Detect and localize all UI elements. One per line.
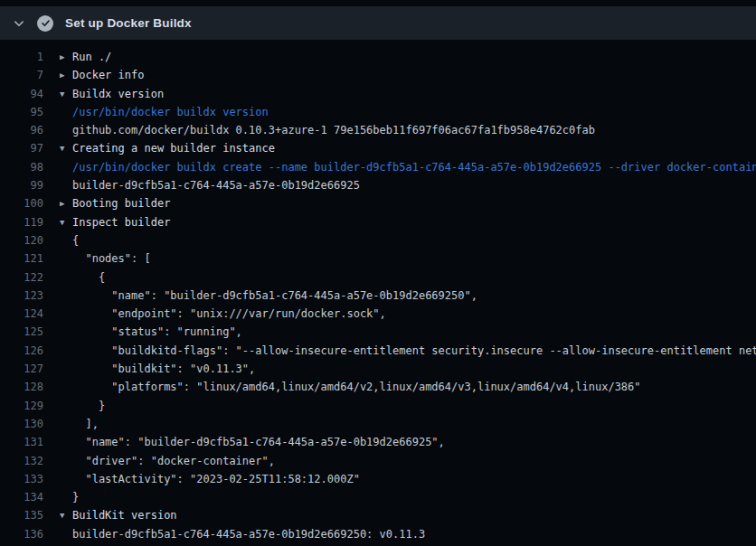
gutter-spacer: [60, 287, 72, 305]
log-line: 124 "endpoint": "unix:///var/run/docker.…: [0, 305, 756, 323]
gutter-spacer: [60, 158, 72, 176]
line-number[interactable]: 131: [0, 433, 43, 451]
group-expanded-icon[interactable]: ▼: [60, 506, 72, 524]
line-number[interactable]: 123: [0, 287, 43, 305]
line-number[interactable]: 130: [0, 415, 43, 433]
gutter-spacer: [60, 488, 72, 506]
gutter-spacer: [60, 433, 72, 451]
log-line: 100▶Booting builder: [0, 194, 756, 212]
log-line: 99builder-d9cfb5a1-c764-445a-a57e-0b19d2…: [0, 176, 756, 194]
log-line: 98/usr/bin/docker buildx create --name b…: [0, 158, 756, 176]
line-number[interactable]: 121: [0, 249, 43, 268]
gutter-spacer: [60, 268, 72, 287]
line-number[interactable]: 7: [0, 66, 43, 84]
log-line: 94▼Buildx version: [0, 85, 756, 103]
output-text: "lastActivity": "2023-02-25T11:58:12.000…: [72, 470, 360, 488]
gutter-spacer: [60, 323, 72, 341]
log-line: 131 "name": "builder-d9cfb5a1-c764-445a-…: [0, 433, 756, 451]
step-title: Set up Docker Buildx: [65, 16, 192, 30]
line-number[interactable]: 136: [0, 525, 43, 543]
line-number[interactable]: 100: [0, 194, 43, 212]
gutter-spacer: [60, 360, 72, 378]
line-number[interactable]: 129: [0, 397, 43, 415]
command-text: /usr/bin/docker buildx create --name bui…: [72, 158, 756, 176]
output-text: builder-d9cfb5a1-c764-445a-a57e-0b19d2e6…: [72, 176, 360, 194]
log-line: 130 ],: [0, 415, 756, 433]
check-circle-icon: [37, 15, 53, 32]
line-number[interactable]: 1: [0, 48, 43, 66]
output-text: "platforms": "linux/amd64,linux/amd64/v2…: [72, 378, 641, 396]
line-number[interactable]: 134: [0, 488, 43, 506]
group-collapsed-icon[interactable]: ▶: [60, 194, 72, 212]
output-text: "endpoint": "unix:///var/run/docker.sock…: [72, 305, 386, 323]
log-line: 96github.com/docker/buildx 0.10.3+azure-…: [0, 121, 756, 139]
log-line: 136builder-d9cfb5a1-c764-445a-a57e-0b19d…: [0, 525, 756, 543]
gutter-spacer: [60, 305, 72, 323]
line-number[interactable]: 119: [0, 213, 43, 231]
gutter-spacer: [60, 176, 72, 194]
gutter-spacer: [60, 378, 72, 396]
gutter-spacer: [60, 452, 72, 470]
output-text: "buildkitd-flags": "--allow-insecure-ent…: [72, 342, 756, 360]
group-expanded-icon[interactable]: ▼: [60, 213, 72, 231]
log-line: 127 "buildkit": "v0.11.3",: [0, 360, 756, 378]
log-line: 129 }: [0, 397, 756, 415]
gutter-spacer: [60, 397, 72, 415]
log-line: 120{: [0, 231, 756, 249]
group-collapsed-icon[interactable]: ▶: [60, 48, 72, 66]
log-line: 133 "lastActivity": "2023-02-25T11:58:12…: [0, 470, 756, 488]
group-title[interactable]: Docker info: [72, 66, 144, 84]
group-title[interactable]: Buildx version: [72, 85, 164, 103]
line-number[interactable]: 99: [0, 176, 43, 194]
output-text: builder-d9cfb5a1-c764-445a-a57e-0b19d2e6…: [72, 525, 425, 543]
line-number[interactable]: 132: [0, 452, 43, 470]
line-number[interactable]: 133: [0, 470, 43, 488]
line-number[interactable]: 94: [0, 85, 43, 103]
gutter-spacer: [60, 121, 72, 139]
group-title[interactable]: Creating a new builder instance: [72, 139, 275, 157]
gutter-spacer: [60, 415, 72, 433]
group-expanded-icon[interactable]: ▼: [60, 85, 72, 103]
log-line: 123 "name": "builder-d9cfb5a1-c764-445a-…: [0, 287, 756, 305]
log-line: 132 "driver": "docker-container",: [0, 452, 756, 470]
log-line: 7▶Docker info: [0, 66, 756, 84]
log-line: 1▶Run ./: [0, 48, 756, 66]
output-text: {: [72, 231, 79, 249]
group-title[interactable]: Inspect builder: [72, 213, 170, 231]
group-title[interactable]: BuildKit version: [72, 506, 177, 524]
output-text: "driver": "docker-container",: [72, 452, 275, 470]
output-text: }: [72, 488, 79, 506]
line-number[interactable]: 125: [0, 323, 43, 341]
group-collapsed-icon[interactable]: ▶: [60, 66, 72, 84]
log-line: 121 "nodes": [: [0, 249, 756, 268]
log-line: 135▼BuildKit version: [0, 506, 756, 524]
log-line: 128 "platforms": "linux/amd64,linux/amd6…: [0, 378, 756, 396]
step-header[interactable]: Set up Docker Buildx: [0, 6, 756, 40]
line-number[interactable]: 97: [0, 139, 43, 157]
output-text: }: [72, 397, 105, 415]
check-glyph: [41, 18, 51, 28]
output-text: "buildkit": "v0.11.3",: [72, 360, 255, 378]
group-title[interactable]: Run ./: [72, 48, 111, 66]
log-line: 126 "buildkitd-flags": "--allow-insecure…: [0, 342, 756, 360]
line-number[interactable]: 127: [0, 360, 43, 378]
group-title[interactable]: Booting builder: [72, 194, 170, 212]
output-text: "status": "running",: [72, 323, 242, 341]
line-number[interactable]: 124: [0, 305, 43, 323]
line-number[interactable]: 98: [0, 158, 43, 176]
line-number[interactable]: 128: [0, 378, 43, 396]
chevron-down-icon[interactable]: [13, 17, 25, 30]
gutter-spacer: [60, 231, 72, 249]
line-number[interactable]: 126: [0, 342, 43, 360]
gutter-spacer: [60, 525, 72, 543]
line-number[interactable]: 135: [0, 506, 43, 524]
output-text: "name": "builder-d9cfb5a1-c764-445a-a57e…: [72, 287, 477, 305]
line-number[interactable]: 120: [0, 231, 43, 249]
line-number[interactable]: 95: [0, 103, 43, 121]
line-number[interactable]: 96: [0, 121, 43, 139]
chevron-down-glyph: [14, 18, 24, 29]
line-number[interactable]: 122: [0, 268, 43, 287]
output-text: github.com/docker/buildx 0.10.3+azure-1 …: [72, 121, 595, 139]
log-line: 134}: [0, 488, 756, 506]
group-expanded-icon[interactable]: ▼: [60, 139, 72, 157]
